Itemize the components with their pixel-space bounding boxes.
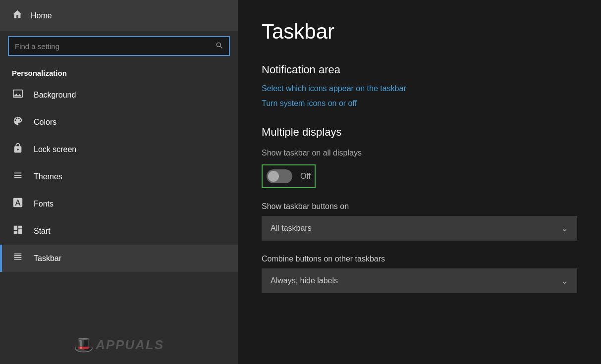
show-taskbar-toggle[interactable] [267,169,292,183]
lock-screen-icon [12,143,24,156]
search-icon[interactable] [215,41,223,51]
sidebar-item-taskbar[interactable]: Taskbar [0,245,238,272]
search-box [8,36,230,56]
sidebar: Home Personalization Background Colors L… [0,0,238,364]
colors-icon [12,115,24,129]
personalization-title: Personalization [0,61,238,81]
main-content: Taskbar Notification area Select which i… [238,0,601,364]
taskbar-icon [12,252,24,265]
themes-label: Themes [34,172,62,181]
combine-buttons-dropdown[interactable]: Always, hide labels ⌄ [262,268,577,293]
multiple-displays-heading: Multiple displays [262,126,577,139]
sidebar-home-label: Home [31,11,52,20]
show-taskbar-toggle-row: Off [262,164,316,188]
search-container [0,31,238,61]
notification-area-heading: Notification area [262,63,577,76]
toggle-state-label: Off [300,172,311,181]
show-taskbar-label: Show taskbar on all displays [262,149,577,157]
sidebar-item-themes[interactable]: Themes [0,163,238,190]
sidebar-item-fonts[interactable]: Fonts [0,190,238,217]
taskbar-label: Taskbar [34,254,61,263]
sidebar-item-start[interactable]: Start [0,217,238,245]
watermark-text: APPUALS [96,337,164,353]
background-icon [12,88,24,102]
colors-label: Colors [34,118,56,127]
show-buttons-value: All taskbars [271,224,312,233]
select-icons-link[interactable]: Select which icons appear on the taskbar [262,84,577,93]
sidebar-home[interactable]: Home [0,0,238,31]
show-buttons-label: Show taskbar buttons on [262,202,577,211]
start-icon [12,224,24,238]
watermark: 🎩 APPUALS [0,325,238,364]
multiple-displays-section: Multiple displays [262,126,577,139]
turn-system-icons-link[interactable]: Turn system icons on or off [262,99,577,108]
combine-buttons-arrow-icon: ⌄ [561,275,568,286]
fonts-label: Fonts [34,200,54,208]
combine-buttons-value: Always, hide labels [271,276,338,285]
page-title: Taskbar [262,20,577,44]
combine-buttons-label: Combine buttons on other taskbars [262,255,577,263]
sidebar-item-background[interactable]: Background [0,81,238,108]
sidebar-item-lock-screen[interactable]: Lock screen [0,136,238,163]
toggle-thumb [268,171,279,182]
sidebar-item-colors[interactable]: Colors [0,108,238,136]
themes-icon [12,170,24,183]
lock-screen-label: Lock screen [34,145,76,154]
show-buttons-arrow-icon: ⌄ [561,223,568,234]
home-icon [12,9,23,22]
fonts-icon [12,197,24,210]
background-label: Background [34,91,76,100]
show-buttons-dropdown[interactable]: All taskbars ⌄ [262,216,577,241]
search-input[interactable] [15,42,210,51]
start-label: Start [34,227,51,236]
watermark-icon: 🎩 [74,335,94,354]
